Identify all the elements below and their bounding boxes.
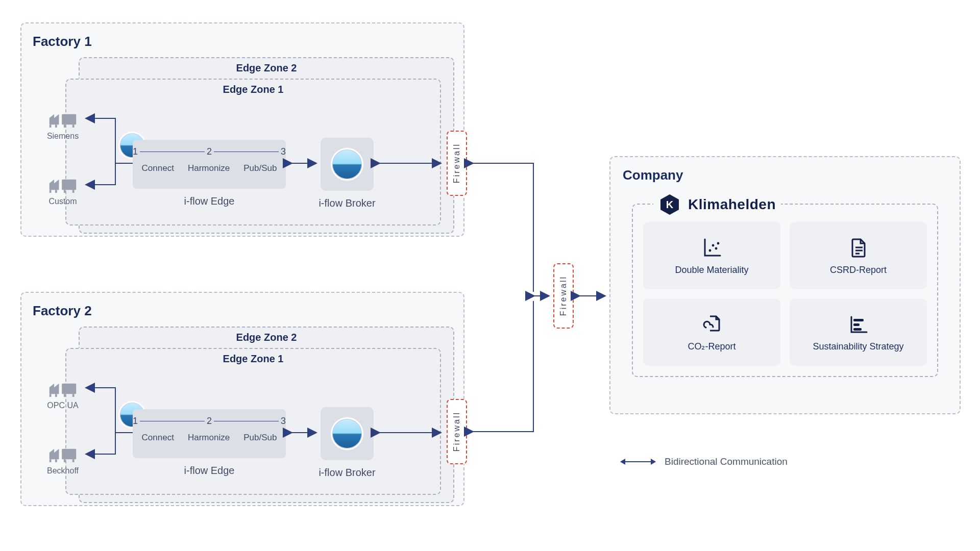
edge-zone-2-title-f2: Edge Zone 2 xyxy=(80,328,453,343)
svg-rect-3 xyxy=(50,124,52,128)
svg-rect-2 xyxy=(72,124,75,128)
factory-machine-icon xyxy=(47,109,78,130)
machine-label: Siemens xyxy=(40,132,86,141)
svg-rect-16 xyxy=(55,394,57,397)
iflow-edge-box-f2: 1 2 3 Connect Harmonize Pub/Sub i-flow E… xyxy=(133,409,286,458)
company-title: Company xyxy=(623,167,947,183)
edge-zone-1-title-f2: Edge Zone 1 xyxy=(66,349,440,365)
scatter-chart-icon xyxy=(701,236,723,259)
card-label: CO₂-Report xyxy=(688,341,736,352)
svg-rect-6 xyxy=(64,190,66,193)
machine-label: Beckhoff xyxy=(40,466,86,475)
edge-step-num: 2 xyxy=(207,416,212,427)
firewall-label: Firewall xyxy=(559,276,568,316)
factory-machine-icon xyxy=(47,444,78,464)
edge-step-label: Harmonize xyxy=(188,433,230,443)
svg-rect-33 xyxy=(853,319,864,321)
svg-rect-14 xyxy=(72,394,75,397)
bars-list-icon xyxy=(847,313,870,335)
bidirectional-arrow-icon xyxy=(621,461,655,462)
edge-step-label: Pub/Sub xyxy=(243,433,277,443)
legend-bidirectional: Bidirectional Communication xyxy=(621,456,788,467)
iflow-edge-box-f1: 1 2 3 Connect Harmonize Pub/Sub i-flow E… xyxy=(133,140,286,189)
factory-machine-icon xyxy=(47,379,78,399)
machine-siemens: Siemens xyxy=(40,109,86,141)
iflow-broker-caption: i-flow Broker xyxy=(310,197,384,209)
svg-point-28 xyxy=(715,247,717,249)
svg-rect-17 xyxy=(62,449,76,460)
svg-rect-34 xyxy=(853,323,860,326)
firewall-f1: Firewall xyxy=(447,131,467,196)
iflow-broker-badge xyxy=(331,417,363,450)
edge-step-label: Harmonize xyxy=(188,163,230,173)
iflow-broker-box-f1: i-flow Broker xyxy=(321,138,374,191)
machine-beckhoff: Beckhoff xyxy=(40,444,86,475)
iflow-broker-caption: i-flow Broker xyxy=(310,467,384,479)
svg-rect-20 xyxy=(50,459,52,462)
factory-1-title: Factory 1 xyxy=(33,34,452,49)
klimahelden-brand: Klimahelden xyxy=(688,196,776,213)
svg-text:K: K xyxy=(666,199,674,210)
svg-rect-5 xyxy=(62,180,76,190)
svg-rect-19 xyxy=(72,459,75,462)
svg-rect-8 xyxy=(50,190,52,193)
svg-rect-0 xyxy=(62,114,76,125)
factory-2-title: Factory 2 xyxy=(33,303,452,319)
edge-step-labels: Connect Harmonize Pub/Sub xyxy=(133,433,286,447)
document-lines-icon xyxy=(847,236,870,259)
factory-1-panel: Factory 1 Edge Zone 2 Edge Zone 1 Siemen… xyxy=(20,22,464,237)
svg-rect-21 xyxy=(55,459,57,462)
edge-step-label: Connect xyxy=(142,433,174,443)
card-label: Sustainability Strategy xyxy=(813,341,903,352)
factory-2-panel: Factory 2 Edge Zone 2 Edge Zone 1 OPC UA… xyxy=(20,292,464,506)
card-double-materiality: Double Materiality xyxy=(643,222,780,289)
edge-step-label: Pub/Sub xyxy=(243,163,277,173)
card-label: Double Materiality xyxy=(675,265,748,276)
svg-rect-15 xyxy=(50,394,52,397)
card-co2-report: CO₂-Report xyxy=(643,298,780,366)
legend-label: Bidirectional Communication xyxy=(665,456,788,467)
firewall-label: Firewall xyxy=(452,143,461,183)
klimahelden-group: K Klimahelden Double Materiality xyxy=(632,204,938,377)
edge-step-label: Connect xyxy=(142,163,174,173)
firewall-center: Firewall xyxy=(553,263,574,329)
firewall-f2: Firewall xyxy=(447,399,467,464)
edge-zone-1-title-f1: Edge Zone 1 xyxy=(66,80,440,95)
factory-machine-icon xyxy=(47,174,78,195)
svg-rect-4 xyxy=(55,124,57,128)
edge-step-num: 3 xyxy=(281,416,286,427)
card-label: CSRD-Report xyxy=(830,265,887,276)
edge-step-num: 1 xyxy=(133,416,138,427)
svg-rect-9 xyxy=(55,190,57,193)
svg-rect-35 xyxy=(853,328,862,331)
card-csrd-report: CSRD-Report xyxy=(790,222,927,289)
iflow-edge-caption: i-flow Edge xyxy=(133,195,286,207)
machine-label: Custom xyxy=(40,197,86,206)
iflow-broker-badge xyxy=(331,148,363,181)
company-panel: Company K Klimahelden Double Materiality xyxy=(609,156,961,414)
machine-custom: Custom xyxy=(40,174,86,206)
edge-steps: 1 2 3 xyxy=(133,140,286,163)
svg-point-29 xyxy=(717,242,719,244)
iflow-broker-box-f2: i-flow Broker xyxy=(321,407,374,460)
edge-step-num: 3 xyxy=(281,146,286,157)
klimahelden-logo-icon: K xyxy=(658,193,681,216)
card-sustainability-strategy: Sustainability Strategy xyxy=(790,298,927,366)
edge-zone-2-title-f1: Edge Zone 2 xyxy=(80,58,453,74)
svg-rect-12 xyxy=(62,384,76,394)
edge-step-num: 1 xyxy=(133,146,138,157)
svg-rect-1 xyxy=(64,124,66,128)
svg-rect-7 xyxy=(72,190,75,193)
machine-opcua: OPC UA xyxy=(40,379,86,410)
svg-point-26 xyxy=(708,249,711,252)
firewall-label: Firewall xyxy=(452,411,461,452)
iflow-edge-caption: i-flow Edge xyxy=(133,465,286,477)
svg-point-27 xyxy=(712,244,714,246)
cloud-document-icon xyxy=(701,312,723,335)
edge-steps: 1 2 3 xyxy=(133,409,286,433)
svg-rect-13 xyxy=(64,394,66,397)
svg-rect-18 xyxy=(64,459,66,462)
edge-step-num: 2 xyxy=(207,146,212,157)
edge-step-labels: Connect Harmonize Pub/Sub xyxy=(133,163,286,178)
machine-label: OPC UA xyxy=(40,401,86,410)
